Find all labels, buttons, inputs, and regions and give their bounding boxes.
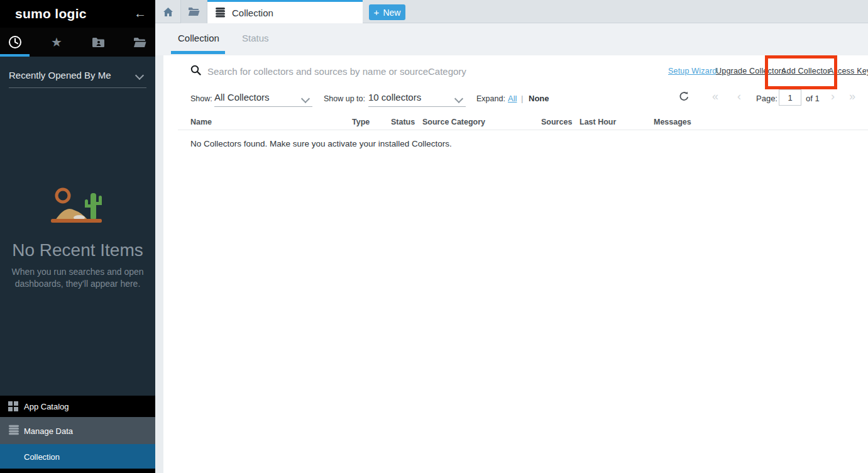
sidebar-item-manage-data[interactable]: Manage Data [0,417,155,444]
sidebar-header: sumo logic ← [0,0,155,28]
desert-illustration [38,182,116,228]
show-filter-underline [214,106,312,107]
sidebar-next-item-strip [0,469,155,473]
page-count-text: of 1 [806,94,820,103]
pagination-next-icon[interactable]: › [831,90,835,103]
sidebar: sumo logic ← ★ Recently Opened By Me [0,0,155,473]
upgrade-collectors-link[interactable]: Upgrade Collectors [716,67,786,75]
page-tab-status[interactable]: Status [242,33,269,43]
limit-filter-underline [368,106,466,107]
active-nav-underline [0,54,30,57]
page-label: Page: [756,94,777,103]
column-header-last-hour[interactable]: Last Hour [580,118,616,126]
recent-items-selector[interactable]: Recently Opened By Me [9,65,146,88]
add-collector-link[interactable]: Add Collector [781,67,830,75]
column-header-sources[interactable]: Sources [541,118,572,126]
refresh-icon[interactable] [679,91,689,104]
column-header-source-category[interactable]: Source Category [422,118,485,126]
pagination-first-icon[interactable]: « [712,90,718,103]
chevron-down-icon [135,71,144,80]
home-tab-button[interactable] [155,0,181,23]
column-header-messages[interactable]: Messages [654,118,691,126]
access-keys-link[interactable]: Access Keys [828,67,868,75]
favorites-star-icon[interactable]: ★ [47,33,66,51]
tab-collection[interactable]: Collection [207,0,363,23]
app-logo: sumo logic [15,0,87,28]
search-icon [190,65,201,78]
library-tab-button[interactable] [181,0,207,23]
library-folder-icon[interactable] [131,33,150,51]
limit-filter-label: Show up to: [324,94,365,103]
content-gutter [155,55,163,473]
app-window: sumo logic ← ★ Recently Opened By Me [0,0,868,473]
plus-icon: + [374,7,380,18]
expand-divider: | [521,94,523,103]
table-header-divider [178,130,868,130]
no-recent-items-title: No Recent Items [0,240,155,260]
expand-none-link[interactable]: None [529,94,549,103]
limit-filter-dropdown[interactable]: 10 collectors [368,92,421,103]
column-header-status[interactable]: Status [391,118,415,126]
active-tab-underline [171,51,225,54]
expand-label: Expand: [476,94,505,103]
empty-table-message: No Collectors found. Make sure you activ… [190,139,452,148]
new-tab-button[interactable]: + New [369,4,405,20]
sun-icon [57,189,69,202]
app-catalog-grid-icon [8,401,18,411]
page-number-input[interactable] [779,89,801,106]
pagination-prev-icon[interactable]: ‹ [737,90,741,103]
sidebar-icon-nav: ★ [0,28,155,57]
home-icon [163,7,173,17]
collapse-sidebar-icon[interactable]: ← [134,0,146,26]
show-filter-dropdown[interactable]: All Collectors [214,92,270,103]
no-recent-items-subtitle: When you run searches and open dashboard… [0,266,155,290]
sidebar-item-app-catalog[interactable]: App Catalog [0,396,155,417]
pagination-last-icon[interactable]: » [849,90,855,103]
search-input[interactable] [206,61,598,81]
content-panel [163,55,868,473]
folder-open-icon [188,7,200,16]
page-tab-collection[interactable]: Collection [178,33,219,43]
setup-wizard-link[interactable]: Setup Wizard [668,67,717,75]
show-filter-label: Show: [190,94,212,103]
expand-all-link[interactable]: All [508,94,517,103]
database-icon [215,8,226,18]
tab-collection-label: Collection [232,8,273,18]
database-icon [8,425,19,437]
column-header-name[interactable]: Name [190,118,212,126]
personal-folder-icon[interactable] [89,33,107,51]
recents-clock-icon[interactable] [6,33,25,51]
sidebar-item-collection[interactable]: Collection [0,444,155,469]
recent-items-selector-label: Recently Opened By Me [9,70,111,81]
column-header-type[interactable]: Type [352,118,370,126]
